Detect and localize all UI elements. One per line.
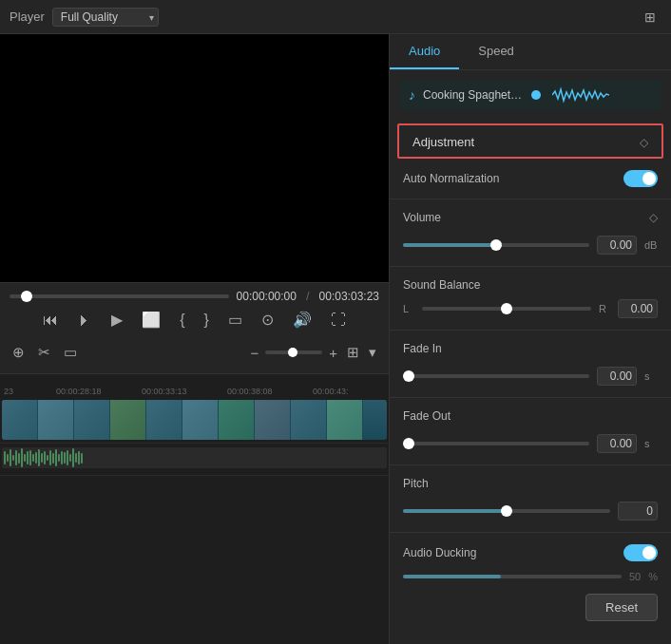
auto-norm-toggle[interactable] [623, 170, 658, 187]
tab-audio[interactable]: Audio [390, 34, 459, 69]
time-divider: / [306, 289, 310, 303]
more-btn[interactable]: ▾ [366, 341, 379, 364]
fade-in-slider-container: 0.00 s [390, 363, 671, 393]
diamond-icon: ◇ [640, 136, 648, 149]
fade-out-thumb[interactable] [403, 438, 414, 449]
wb [52, 453, 54, 464]
fade-out-slider-container: 0.00 s [390, 430, 671, 461]
wb [4, 451, 6, 464]
wb [69, 454, 71, 462]
adjustment-section-header: Adjustment ◇ [397, 123, 663, 159]
ducking-fill [403, 575, 501, 578]
current-time: 00:00:00:00 [237, 290, 297, 303]
zoom-control: − + ⊞ ▾ [247, 341, 379, 364]
fade-in-slider-track[interactable] [403, 374, 589, 378]
scrubber-thumb[interactable] [21, 291, 32, 302]
volume-btn[interactable]: 🔊 [289, 309, 316, 331]
video-frames [2, 400, 363, 440]
main-content: 00:00:00:00 / 00:03:03:23 ⏮ ⏵ ▶ ⬜ { } ▭ … [0, 34, 671, 644]
music-icon: ♪ [409, 87, 415, 103]
track-btn[interactable]: ▭ [61, 341, 80, 364]
camera-btn[interactable]: ⊙ [258, 309, 278, 331]
frame-3 [74, 400, 110, 440]
wb [55, 449, 57, 466]
volume-slider-thumb[interactable] [490, 239, 502, 251]
wb [67, 450, 68, 466]
play-slow-btn[interactable]: ⏵ [73, 309, 96, 331]
fade-in-label: Fade In [403, 342, 658, 355]
wb [18, 453, 20, 464]
quality-wrapper: Full Quality Half Quality Quarter Qualit… [52, 8, 159, 27]
wb [21, 448, 23, 467]
player-label: Player [10, 9, 45, 24]
layout-btn[interactable]: ⊞ [344, 341, 362, 364]
balance-value[interactable]: 0.00 [618, 299, 658, 318]
wb [35, 452, 37, 464]
fade-in-thumb[interactable] [403, 370, 414, 382]
pitch-label: Pitch [403, 477, 658, 490]
zoom-minus-btn[interactable]: − [247, 342, 261, 364]
pitch-slider-track[interactable] [403, 509, 610, 513]
mark-in-btn[interactable]: { [176, 309, 188, 331]
zoom-track[interactable] [265, 350, 322, 354]
mark-out-btn[interactable]: } [201, 309, 213, 331]
fullscreen-btn[interactable]: ⛶ [327, 309, 350, 331]
screen-btn[interactable]: ▭ [224, 309, 246, 331]
quality-select[interactable]: Full Quality Half Quality Quarter Qualit… [52, 8, 159, 27]
stop-btn[interactable]: ⬜ [138, 309, 164, 331]
clip-btn[interactable]: ✂ [35, 341, 53, 364]
pitch-thumb[interactable] [501, 505, 512, 517]
ruler-mark-2: 00:00:33:13 [142, 387, 187, 396]
wb [15, 450, 17, 464]
audio-waveform [2, 447, 387, 468]
zoom-plus-btn[interactable]: + [326, 342, 340, 364]
auto-normalization-row: Auto Normalization [390, 162, 671, 195]
pitch-value[interactable]: 0 [618, 502, 658, 521]
fade-in-value[interactable]: 0.00 [597, 367, 637, 386]
ducking-slider-container: 50 % [390, 569, 671, 586]
audio-dot [531, 90, 541, 100]
wb [12, 455, 14, 462]
playback-buttons: ⏮ ⏵ ▶ ⬜ { } ▭ ⊙ 🔊 ⛶ [10, 309, 379, 331]
preview-icon-btn[interactable]: ⊞ [639, 6, 661, 28]
timeline-toolbar: ⊕ ✂ ▭ − + ⊞ ▾ [10, 337, 379, 368]
balance-track[interactable] [422, 307, 591, 311]
scrubber-track[interactable] [10, 294, 229, 298]
video-track-row [0, 396, 389, 444]
time-scrubber: 00:00:00:00 / 00:03:03:23 [10, 289, 379, 303]
balance-left-label: L [403, 303, 414, 314]
panel-tabs: Audio Speed [390, 34, 671, 70]
fade-out-slider-track[interactable] [403, 442, 589, 445]
volume-diamond: ◇ [649, 211, 658, 224]
sound-balance-label: Sound Balance [403, 278, 658, 292]
magnetic-btn[interactable]: ⊕ [10, 341, 28, 364]
tab-speed[interactable]: Speed [459, 34, 533, 69]
wb [75, 453, 77, 463]
video-preview [0, 34, 389, 282]
zoom-thumb[interactable] [288, 348, 297, 357]
volume-slider-track[interactable] [403, 243, 589, 247]
pitch-slider-container: 0 [390, 498, 671, 528]
timeline-ruler: 23 00:00:28:18 00:00:33:13 00:00:38:08 0… [0, 373, 389, 396]
green-wave [552, 85, 653, 104]
play-btn[interactable]: ▶ [107, 309, 126, 331]
skip-back-btn[interactable]: ⏮ [39, 309, 62, 331]
divider-3 [390, 330, 671, 331]
frame-10 [327, 400, 363, 440]
frame-6 [182, 400, 219, 440]
audio-ducking-toggle[interactable] [623, 544, 658, 561]
frame-5 [146, 400, 182, 440]
ducking-slider-track[interactable] [403, 575, 622, 578]
wb [61, 451, 63, 464]
wb [58, 454, 60, 463]
wb [64, 452, 66, 464]
balance-thumb[interactable] [501, 303, 512, 314]
volume-value[interactable]: 0.00 [597, 236, 637, 255]
fade-out-row: Fade Out [390, 402, 671, 430]
fade-out-value[interactable]: 0.00 [597, 434, 637, 453]
waveform-bars [2, 447, 387, 468]
reset-button[interactable]: Reset [585, 594, 658, 621]
divider-2 [390, 266, 671, 267]
volume-unit: dB [644, 239, 658, 251]
wb [24, 454, 26, 463]
